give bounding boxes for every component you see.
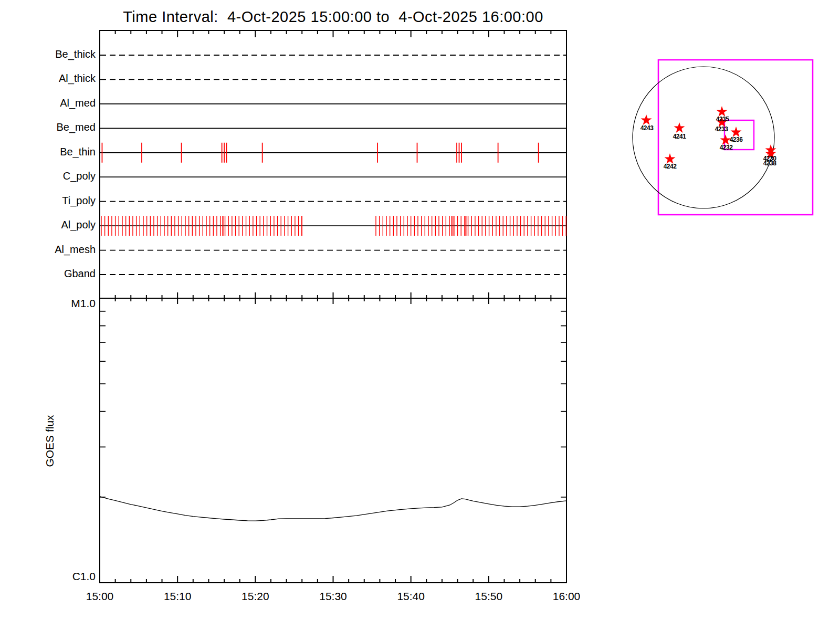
- xtick-label-4: 15:40: [387, 590, 435, 603]
- filter-label-al-poly: Al_poly: [17, 219, 96, 231]
- filter-label-be-thin: Be_thin: [17, 146, 96, 158]
- active-region-label-8: 4238: [754, 160, 785, 167]
- time-axis-ticks: [100, 31, 566, 582]
- filter-label-c-poly: C_poly: [17, 170, 96, 182]
- filter-label-al-thick: Al_thick: [17, 72, 96, 85]
- filter-label-al-med: Al_med: [17, 97, 96, 109]
- panel-frames: [100, 30, 566, 583]
- filter-label-al-mesh: Al_mesh: [17, 244, 96, 256]
- active-region-label-2: 4235: [707, 116, 738, 123]
- active-region-star-4242: [665, 153, 676, 164]
- active-region-label-4: 4236: [720, 136, 752, 143]
- xtick-label-5: 15:50: [465, 590, 512, 603]
- goes-ytick-bottom: C1.0: [17, 570, 96, 583]
- xtick-label-6: 16:00: [543, 590, 590, 603]
- filter-label-gband: Gband: [17, 268, 96, 280]
- active-region-label-3: 4233: [706, 126, 737, 133]
- filter-label-be-thick: Be_thick: [17, 48, 96, 60]
- filter-label-ti-poly: Ti_poly: [17, 195, 96, 207]
- xtick-label-3: 15:30: [310, 590, 357, 603]
- goes-y-axis-title: GOES flux: [44, 415, 56, 467]
- active-region-star-4241: [674, 122, 685, 133]
- active-region-label-6: 4242: [654, 163, 686, 170]
- screenshot-root: Time Interval: 4-Oct-2025 15:00:00 to 4-…: [0, 0, 840, 630]
- page-title: Time Interval: 4-Oct-2025 15:00:00 to 4-…: [68, 8, 598, 26]
- active-region-label-5: 4232: [710, 144, 742, 151]
- filter-row-lines: [100, 55, 566, 275]
- goes-log-ticks: [100, 311, 566, 497]
- goes-ytick-top: M1.0: [17, 297, 96, 310]
- active-region-star-4243: [641, 114, 652, 125]
- filter-label-be-med: Be_med: [17, 121, 96, 133]
- xtick-label-2: 15:20: [232, 590, 279, 603]
- xtick-label-0: 15:00: [76, 590, 123, 603]
- plot-canvas: [0, 0, 840, 630]
- active-region-star-4235: [717, 106, 728, 117]
- xtick-label-1: 15:10: [154, 590, 201, 603]
- active-region-label-0: 4243: [631, 125, 663, 132]
- solar-limb-circle: [633, 67, 774, 208]
- active-region-label-1: 4241: [664, 133, 695, 140]
- goes-flux-curve: [100, 497, 566, 521]
